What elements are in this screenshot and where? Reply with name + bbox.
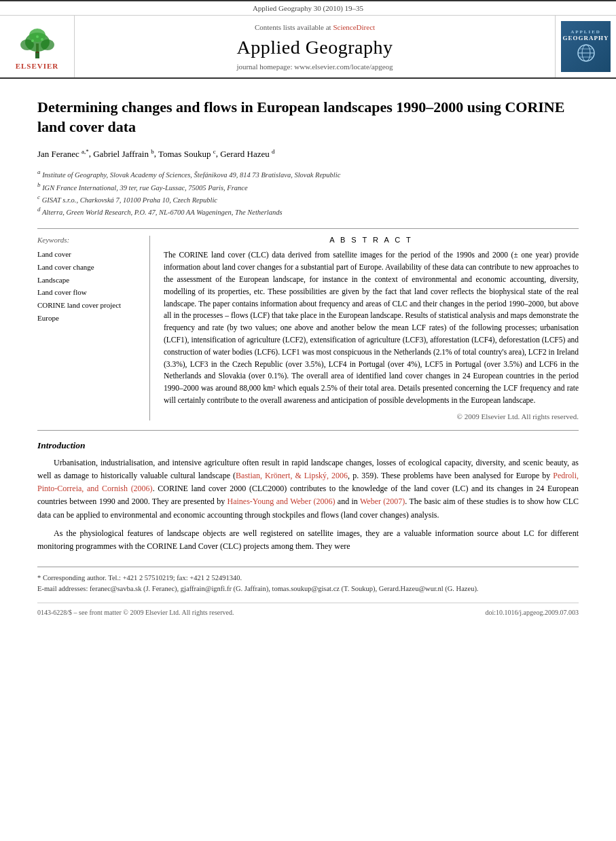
- copyright-line: © 2009 Elsevier Ltd. All rights reserved…: [164, 412, 579, 420]
- authors-line: Jan Feranec a,*, Gabriel Jaffrain b, Tom…: [37, 146, 579, 161]
- banner-right: APPLIED GEOGRAPHY: [555, 16, 616, 77]
- footer-doi: doi:10.1016/j.apgeog.2009.07.003: [486, 609, 579, 616]
- journal-logo-box: APPLIED GEOGRAPHY: [561, 21, 611, 72]
- keywords-title: Keywords:: [37, 236, 136, 244]
- abstract-text: The CORINE land cover (CLC) data derived…: [164, 249, 579, 407]
- journal-title-banner: Applied Geography: [236, 37, 393, 58]
- author-3: Tomas Soukup c: [158, 149, 216, 159]
- logo-geography-text: GEOGRAPHY: [562, 35, 609, 41]
- svg-point-7: [41, 38, 43, 41]
- globe-icon: [576, 43, 596, 65]
- affil-a: a Institute of Geography, Slovak Academy…: [37, 168, 579, 180]
- author-4: Gerard Hazeu d: [220, 149, 274, 159]
- author-1: Jan Feranec a,*: [37, 149, 89, 159]
- article-content: Determining changes and flows in Europea…: [0, 79, 616, 630]
- elsevier-logo: ELSEVIER: [14, 23, 61, 70]
- keyword-2: Land cover change: [37, 261, 136, 274]
- keyword-1: Land cover: [37, 248, 136, 261]
- ref-bastian[interactable]: Bastian, Krönert, & Lipský, 2006: [236, 471, 348, 480]
- introduction-heading: Introduction: [37, 440, 579, 451]
- article-footer: * Corresponding author. Tel.: +421 2 575…: [37, 567, 579, 616]
- sciencedirect-link[interactable]: ScienceDirect: [333, 23, 375, 31]
- journal-homepage: journal homepage: www.elsevier.com/locat…: [236, 62, 393, 71]
- affil-d: d Alterra, Green World Research, P.O. 47…: [37, 205, 579, 217]
- page: Applied Geography 30 (2010) 19–35: [0, 0, 616, 841]
- elsevier-logo-area: ELSEVIER: [0, 16, 75, 77]
- section-divider: [37, 430, 579, 431]
- affil-c: c GISAT s.r.o., Charkovská 7, 10100 Prah…: [37, 193, 579, 205]
- journal-header: Applied Geography 30 (2010) 19–35: [0, 0, 616, 16]
- intro-para-2: As the physiological features of landsca…: [37, 527, 579, 553]
- contents-line: Contents lists available at ScienceDirec…: [255, 23, 375, 31]
- keyword-5: CORINE land cover project: [37, 299, 136, 312]
- elsevier-tree-icon: [14, 23, 61, 60]
- logo-applied-text: APPLIED: [570, 29, 601, 35]
- svg-point-8: [36, 35, 39, 38]
- ref-weber[interactable]: Weber (2007): [360, 497, 405, 506]
- keyword-3: Landscape: [37, 274, 136, 287]
- journal-banner: ELSEVIER Contents lists available at Sci…: [0, 16, 616, 79]
- author-2: Gabriel Jaffrain b: [93, 149, 153, 159]
- keywords-column: Keywords: Land cover Land cover change L…: [37, 236, 136, 420]
- affil-b: b IGN France International, 39 ter, rue …: [37, 181, 579, 193]
- journal-citation: Applied Geography 30 (2010) 19–35: [253, 4, 363, 12]
- keyword-6: Europe: [37, 312, 136, 325]
- footer-bottom: 0143-6228/$ – see front matter © 2009 El…: [37, 603, 579, 616]
- abstract-divider: [149, 236, 150, 420]
- affiliations: a Institute of Geography, Slovak Academy…: [37, 168, 579, 217]
- article-title: Determining changes and flows in Europea…: [37, 98, 579, 137]
- abstract-section: Keywords: Land cover Land cover change L…: [37, 228, 579, 420]
- elsevier-wordmark: ELSEVIER: [16, 62, 59, 70]
- intro-para-1: Urbanisation, industrialisation, and int…: [37, 457, 579, 522]
- footer-issn: 0143-6228/$ – see front matter © 2009 El…: [37, 609, 234, 616]
- svg-point-4: [41, 39, 54, 50]
- ref-haines[interactable]: Haines-Young and Weber (2006): [228, 497, 336, 506]
- keyword-4: Land cover flow: [37, 286, 136, 299]
- svg-point-6: [31, 39, 34, 42]
- abstract-column: A B S T R A C T The CORINE land cover (C…: [164, 236, 579, 420]
- abstract-title: A B S T R A C T: [164, 236, 579, 244]
- footnote-corresponding: * Corresponding author. Tel.: +421 2 575…: [37, 573, 579, 594]
- banner-center: Contents lists available at ScienceDirec…: [75, 16, 555, 77]
